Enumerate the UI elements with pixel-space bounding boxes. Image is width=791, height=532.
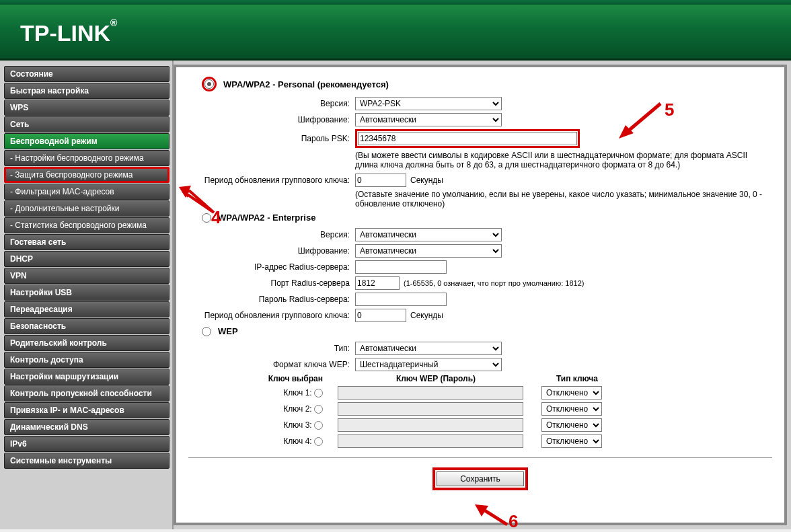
wep-key-grid: Ключ выбран Ключ WEP (Пароль) Тип ключа … [229, 374, 772, 448]
sidebar-item-22[interactable]: IPv6 [4, 436, 170, 452]
sidebar-item-21[interactable]: Динамический DNS [4, 419, 170, 435]
gk-hint: (Оставьте значение по умолчанию, если вы… [355, 190, 772, 208]
wep-key-row: Ключ 1: Отключено [229, 386, 772, 400]
wep-key-input[interactable] [338, 418, 523, 432]
ent-gk-input[interactable] [355, 309, 406, 322]
sidebar-item-7[interactable]: - Фильтрация MAC-адресов [4, 184, 170, 200]
psk-hint: (Вы можете ввести символы в кодировке AS… [355, 151, 772, 169]
gk-label: Период обновления группового ключа: [188, 176, 355, 185]
psk-highlight-box [355, 129, 580, 148]
wep-head-key: Ключ WEP (Пароль) [335, 374, 537, 383]
radius-ip-input[interactable] [355, 260, 447, 274]
wep-format[interactable]: Шестнадцатеричный [355, 358, 502, 371]
wep-head[interactable]: WEP [202, 326, 772, 336]
sidebar-item-9[interactable]: - Статистика беспроводного режима [4, 217, 170, 233]
sidebar-item-10[interactable]: Гостевая сеть [4, 234, 170, 250]
wep-head-sel: Ключ выбран [229, 374, 335, 383]
sidebar-item-5[interactable]: - Настройки беспроводного режима [4, 150, 170, 166]
wep-key-radio[interactable] [314, 389, 323, 397]
wep-key-row: Ключ 2: Отключено [229, 402, 772, 416]
wep-format-label: Формат ключа WEP: [188, 360, 355, 369]
wep-key-type[interactable]: Отключено [541, 418, 602, 432]
radio-wpa-enterprise[interactable] [202, 213, 211, 223]
ent-gk-unit: Секунды [410, 311, 443, 320]
wep-key-input[interactable] [338, 402, 523, 416]
save-button[interactable]: Сохранить [437, 471, 524, 486]
sidebar-item-14[interactable]: Переадресация [4, 301, 170, 317]
psk-input[interactable] [358, 132, 577, 145]
wep-type[interactable]: Автоматически [355, 342, 502, 355]
sidebar-item-12[interactable]: VPN [4, 268, 170, 284]
wep-key-type[interactable]: Отключено [541, 402, 602, 416]
ent-gk-label: Период обновления группового ключа: [188, 311, 355, 320]
sidebar-item-0[interactable]: Состояние [4, 66, 170, 82]
wpa-enterprise-head[interactable]: WPA/WPA2 - Enterprise [202, 213, 772, 223]
sidebar: СостояниеБыстрая настройкаWPSСетьБеспров… [0, 61, 174, 529]
wep-key-label: Ключ 2: [283, 404, 311, 414]
wpa-enterprise-title: WPA/WPA2 - Enterprise [218, 213, 315, 223]
sidebar-item-20[interactable]: Привязка IP- и MAC-адресов [4, 402, 170, 418]
radius-ip-label: IP-адрес Radius-сервера: [188, 262, 355, 272]
radius-pw-input[interactable] [355, 293, 447, 306]
sidebar-item-19[interactable]: Контроль пропускной способности [4, 385, 170, 402]
wep-key-row: Ключ 4: Отключено [229, 434, 772, 448]
wpa-personal-head[interactable]: WPA/WPA2 - Personal (рекомендуется) [202, 77, 772, 91]
wep-key-radio[interactable] [314, 437, 323, 446]
radius-port-input[interactable] [355, 276, 400, 290]
gk-unit: Секунды [410, 176, 443, 185]
brand-logo: TP-LINK® [20, 17, 117, 46]
wep-title: WEP [218, 326, 238, 336]
sidebar-item-17[interactable]: Контроль доступа [4, 352, 170, 368]
sidebar-item-2[interactable]: WPS [4, 100, 170, 116]
wep-type-label: Тип: [188, 344, 355, 353]
wep-key-type[interactable]: Отключено [541, 434, 602, 448]
ent-cipher[interactable]: Автоматически [355, 244, 502, 258]
wep-key-label: Ключ 3: [283, 420, 311, 430]
sidebar-item-4[interactable]: Беспроводной режим [4, 133, 170, 149]
radius-port-label: Порт Radius-сервера [188, 278, 355, 288]
sidebar-item-16[interactable]: Родительский контроль [4, 335, 170, 351]
ent-cipher-label: Шифрование: [188, 246, 355, 256]
wep-key-input[interactable] [338, 434, 523, 448]
wep-head-type: Тип ключа [537, 374, 617, 383]
wep-key-label: Ключ 4: [283, 436, 311, 446]
ent-version-label: Версия: [188, 230, 355, 239]
wpa-personal-version[interactable]: WPA2-PSK [355, 97, 502, 110]
save-highlight-box: Сохранить [432, 467, 528, 490]
ent-version[interactable]: Автоматически [355, 228, 502, 241]
sidebar-item-15[interactable]: Безопасность [4, 318, 170, 334]
cipher-label: Шифрование: [188, 115, 355, 124]
sidebar-item-13[interactable]: Настройки USB [4, 284, 170, 301]
sidebar-item-23[interactable]: Системные инструменты [4, 453, 170, 469]
wep-key-input[interactable] [338, 386, 523, 400]
radio-wpa-personal-highlight [202, 77, 217, 91]
wpa-personal-title: WPA/WPA2 - Personal (рекомендуется) [223, 79, 389, 89]
radius-pw-label: Пароль Radius-сервера: [188, 295, 355, 304]
sidebar-item-8[interactable]: - Дополнительные настройки [4, 200, 170, 217]
psk-label: Пароль PSK: [188, 134, 355, 143]
sidebar-item-6[interactable]: - Защита беспроводного режима [4, 167, 170, 183]
radio-wep[interactable] [202, 327, 211, 336]
wep-key-radio[interactable] [314, 405, 323, 414]
sidebar-item-1[interactable]: Быстрая настройка [4, 83, 170, 99]
sidebar-item-3[interactable]: Сеть [4, 116, 170, 132]
wep-key-row: Ключ 3: Отключено [229, 418, 772, 432]
wep-key-radio[interactable] [314, 421, 323, 430]
wep-key-label: Ключ 1: [283, 388, 311, 397]
radius-port-hint: (1-65535, 0 означает, что порт про умолч… [404, 279, 585, 287]
sidebar-item-18[interactable]: Настройки маршрутизации [4, 369, 170, 385]
wpa-personal-cipher[interactable]: Автоматически [355, 113, 502, 126]
main-panel: WPA/WPA2 - Personal (рекомендуется) Верс… [174, 65, 787, 525]
sidebar-item-11[interactable]: DHCP [4, 251, 170, 267]
wep-key-type[interactable]: Отключено [541, 386, 602, 400]
version-label: Версия: [188, 99, 355, 108]
gk-input[interactable] [355, 174, 406, 187]
header: TP-LINK® [0, 5, 791, 61]
